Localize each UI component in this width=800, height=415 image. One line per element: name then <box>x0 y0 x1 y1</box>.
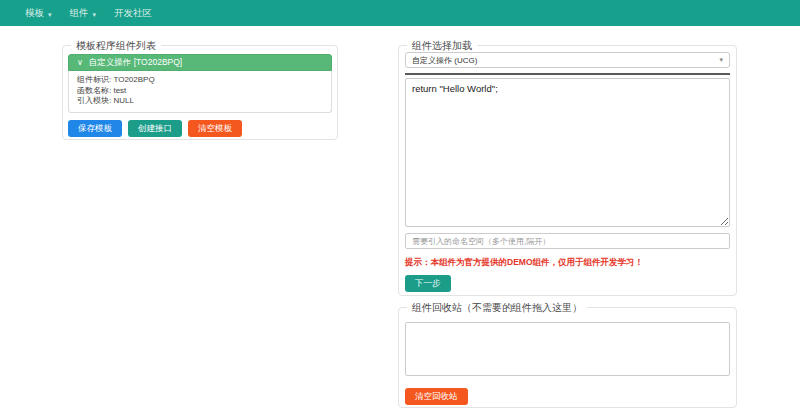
nav-item-community-label: 开发社区 <box>114 7 152 20</box>
recycle-drop-zone[interactable] <box>405 322 730 376</box>
template-actions: 保存模板 创建接口 清空模板 <box>68 120 332 137</box>
page: 模板 ▾ 组件 ▾ 开发社区 模板程序组件列表 ∨ 自定义操作 [TO202BP… <box>0 0 800 415</box>
save-template-button[interactable]: 保存模板 <box>68 120 122 137</box>
detail-function-name: 函数名称: test <box>77 86 323 97</box>
component-details: 组件标识: TO202BPQ 函数名称: test 引入模块: NULL <box>68 71 332 113</box>
component-accordion: ∨ 自定义操作 [TO202BPQ] 组件标识: TO202BPQ 函数名称: … <box>68 54 332 113</box>
detail-component-id: 组件标识: TO202BPQ <box>77 75 323 86</box>
caret-down-icon: ▾ <box>48 11 52 18</box>
nav-item-component-label: 组件 <box>70 7 89 20</box>
component-select-value: 自定义操作 (UCG) <box>412 55 477 66</box>
caret-down-icon: ▾ <box>719 56 723 64</box>
chevron-down-icon: ∨ <box>77 59 83 67</box>
caret-down-icon: ▾ <box>93 11 97 18</box>
next-step-button[interactable]: 下一步 <box>405 275 451 292</box>
component-select[interactable]: 自定义操作 (UCG) ▾ <box>405 52 730 68</box>
namespace-input[interactable] <box>405 233 730 249</box>
template-list-legend: 模板程序组件列表 <box>71 39 161 52</box>
nav-item-template[interactable]: 模板 ▾ <box>16 7 61 20</box>
divider <box>405 73 730 75</box>
clear-template-button[interactable]: 清空模板 <box>188 120 242 137</box>
component-loader-legend: 组件选择加载 <box>407 39 477 52</box>
component-loader-panel: 组件选择加载 自定义操作 (UCG) ▾ return "Hello World… <box>398 45 737 296</box>
demo-tip-text: 提示：本组件为官方提供的DEMO组件，仅用于组件开发学习！ <box>405 257 730 269</box>
recycle-bin-panel: 组件回收站（不需要的组件拖入这里） 清空回收站 <box>398 307 737 408</box>
nav-item-component[interactable]: 组件 ▾ <box>61 7 106 20</box>
template-list-panel: 模板程序组件列表 ∨ 自定义操作 [TO202BPQ] 组件标识: TO202B… <box>62 45 338 140</box>
top-navbar: 模板 ▾ 组件 ▾ 开发社区 <box>0 0 800 26</box>
component-accordion-header[interactable]: ∨ 自定义操作 [TO202BPQ] <box>68 54 332 71</box>
component-accordion-title: 自定义操作 [TO202BPQ] <box>89 57 182 69</box>
detail-import-module: 引入模块: NULL <box>77 96 323 107</box>
clear-recycle-button[interactable]: 清空回收站 <box>405 388 468 405</box>
code-editor[interactable]: return "Hello World"; <box>405 78 730 227</box>
nav-item-community[interactable]: 开发社区 <box>105 7 161 20</box>
nav-item-template-label: 模板 <box>25 7 44 20</box>
recycle-bin-legend: 组件回收站（不需要的组件拖入这里） <box>407 301 587 314</box>
create-interface-button[interactable]: 创建接口 <box>128 120 182 137</box>
